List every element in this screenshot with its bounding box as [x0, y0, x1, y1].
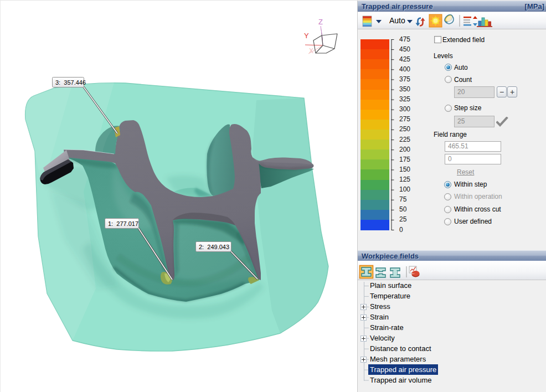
svg-text:X: X	[309, 47, 313, 55]
svg-text:Y: Y	[304, 32, 309, 40]
svg-text:Auto: Auto	[389, 16, 405, 25]
svg-text:1: 277.017: 1: 277.017	[108, 220, 138, 227]
svg-text:3: 357.446: 3: 357.446	[55, 79, 86, 86]
svg-text:Z: Z	[318, 18, 323, 26]
svg-text:2: 249.043: 2: 249.043	[199, 244, 229, 250]
